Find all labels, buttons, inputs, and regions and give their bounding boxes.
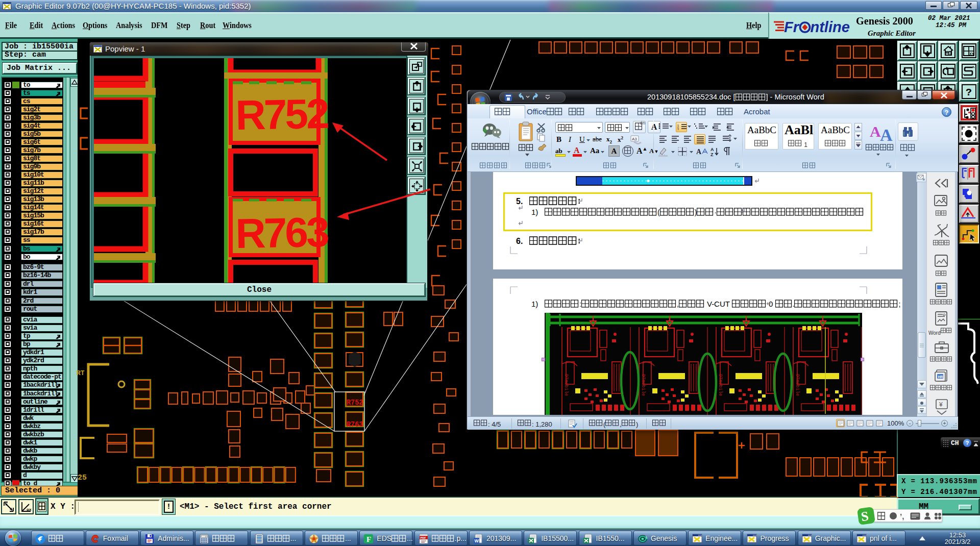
svg-text:3: 3 [677,128,679,131]
svg-text:ox: ox [27,507,32,512]
svg-text:W: W [474,538,479,543]
svg-text:¥: ¥ [939,401,943,408]
svg-text:A: A [710,147,714,152]
svg-text:Z: Z [710,152,714,157]
svg-text:A3: A3 [632,137,637,141]
svg-text:XY: XY [969,52,974,56]
svg-text:R752: R752 [235,90,329,138]
svg-text:R763: R763 [347,420,363,429]
svg-text:PDF: PDF [420,536,426,539]
svg-text:A: A [696,148,702,156]
svg-text:?: ? [966,87,972,98]
svg-text:DTmobile: DTmobile [564,374,569,396]
svg-text:A: A [880,126,893,143]
svg-text:DTmobile: DTmobile [795,374,800,396]
svg-text:R763: R763 [235,209,329,257]
svg-text:DTmobile: DTmobile [641,374,646,396]
svg-text:F: F [366,535,371,543]
svg-text:DTmobile: DTmobile [718,374,723,396]
svg-text:HR: HR [938,375,943,379]
svg-text:25: 25 [78,474,87,482]
svg-text:R752: R752 [347,398,363,407]
svg-text:RT: RT [77,369,85,377]
svg-text:A: A [870,123,881,140]
